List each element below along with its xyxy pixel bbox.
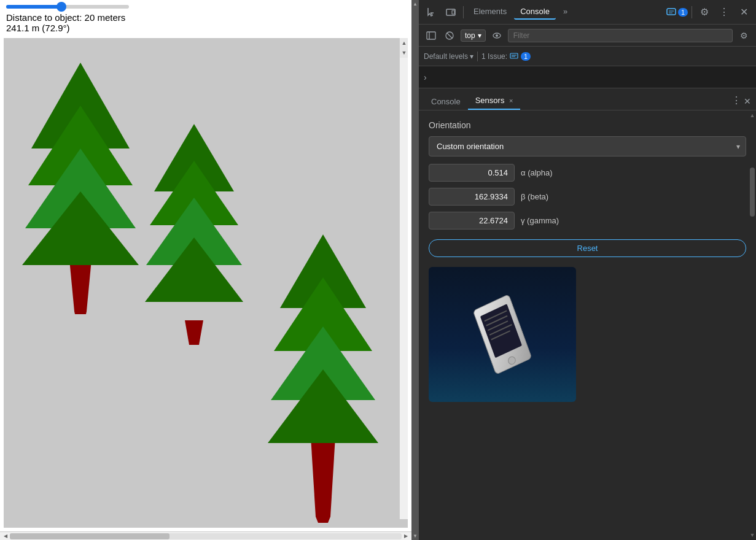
settings-icon[interactable]: ⚙ (696, 4, 713, 21)
right-vscrollbar[interactable]: ▲ ▼ (749, 110, 756, 540)
alpha-input[interactable] (429, 164, 515, 182)
right-vsb-up[interactable]: ▲ (750, 110, 755, 120)
issue-badge-area: 1 Issue: 1 (481, 52, 531, 61)
beta-label: β (beta) (521, 192, 548, 201)
orientation-dropdown[interactable]: Custom orientation (429, 136, 746, 156)
devtools-second-toolbar: top ▾ ⚙ (419, 25, 756, 47)
svg-line-28 (447, 33, 453, 38)
tab-more[interactable]: » (557, 4, 574, 20)
panel-tabs-bar: Console Sensors × ⋮ ✕ (419, 88, 756, 110)
console-prompt-row[interactable]: › (419, 66, 756, 88)
frame-selector-label: top (465, 31, 475, 40)
phone-device-svg (441, 273, 564, 396)
hscroll-thumb[interactable] (10, 533, 170, 539)
default-levels-label: Default levels (424, 52, 468, 61)
alpha-input-row: α (alpha) (429, 164, 746, 182)
scene-canvas: ▲ ▼ (4, 38, 408, 528)
block-svg-icon (445, 31, 454, 40)
svg-point-30 (496, 34, 498, 37)
prompt-arrow-icon: › (424, 72, 427, 82)
svg-marker-19 (268, 369, 378, 443)
svg-marker-6 (74, 311, 87, 314)
tree-3 (268, 228, 378, 523)
vsb-up-arrow[interactable]: ▲ (400, 38, 408, 48)
sidebar-toggle-icon[interactable] (424, 28, 438, 43)
toolbar-sep-2 (692, 6, 692, 18)
gamma-label: γ (gamma) (521, 216, 559, 225)
tree-1 (22, 56, 139, 314)
orientation-dropdown-wrap: Custom orientation ▾ (429, 136, 746, 156)
right-vsb-down[interactable]: ▼ (750, 530, 755, 540)
frame-selector-dropdown[interactable]: top ▾ (461, 29, 486, 42)
sep-3 (477, 52, 478, 61)
devtools-panel: Elements Console » 1 ⚙ ⋮ ✕ (419, 0, 756, 540)
right-vsb-thumb[interactable] (750, 168, 755, 217)
orientation-section-label: Orientation (429, 120, 746, 130)
browser-panel: Distance to object: 20 meters 241.1 m (7… (0, 0, 411, 540)
position-label: 241.1 m (72.9°) (0, 23, 411, 36)
svg-rect-31 (510, 53, 518, 58)
eye-icon[interactable] (489, 28, 504, 43)
svg-marker-15 (316, 517, 330, 523)
gamma-input-row: γ (gamma) (429, 212, 746, 230)
svg-marker-7 (185, 320, 203, 345)
frame-selector-arrow: ▾ (478, 31, 481, 40)
svg-rect-21 (452, 10, 454, 14)
issue-icon (510, 52, 518, 61)
slider-area (0, 0, 411, 11)
tree-2 (145, 118, 243, 345)
message-icon (666, 7, 676, 17)
center-vsb-up[interactable]: ▲ (413, 1, 418, 7)
beta-input[interactable] (429, 188, 515, 206)
toolbar-sep-1 (463, 6, 464, 18)
svg-rect-22 (667, 9, 676, 15)
close-panel-icon[interactable]: ✕ (744, 96, 751, 110)
inspect-cursor-icon[interactable] (423, 4, 440, 21)
left-vscrollbar[interactable]: ▲ ▼ (399, 38, 408, 519)
center-vscrollbar[interactable]: ▲ ▼ (411, 0, 419, 540)
block-icon[interactable] (442, 28, 457, 43)
hscroll-track[interactable] (10, 533, 402, 539)
gamma-input[interactable] (429, 212, 515, 230)
device-toggle-icon[interactable] (442, 4, 459, 21)
more-panels-icon[interactable]: ⋮ (731, 94, 741, 110)
horizontal-scrollbar[interactable]: ◀ ▶ (0, 531, 411, 540)
svg-rect-25 (427, 32, 435, 39)
sensors-tab-close-icon[interactable]: × (509, 97, 513, 104)
center-vsb-down[interactable]: ▼ (413, 533, 418, 539)
sensors-panel-content: Orientation Custom orientation ▾ α (alph… (419, 110, 756, 540)
orientation-preview (429, 267, 576, 402)
vsb-down-arrow[interactable]: ▼ (400, 48, 408, 58)
beta-input-row: β (beta) (429, 188, 746, 206)
tab-console-panel[interactable]: Console (424, 93, 468, 110)
tab-sensors-panel[interactable]: Sensors × (468, 92, 521, 110)
scroll-right-arrow[interactable]: ▶ (402, 532, 410, 541)
sensors-tab-label: Sensors (475, 96, 505, 105)
distance-label: Distance to object: 20 meters (0, 11, 411, 23)
filter-input[interactable] (508, 29, 733, 42)
orientation-dropdown-label: Custom orientation (437, 142, 504, 151)
message-badge-area: 1 (666, 7, 688, 17)
devtools-main-toolbar: Elements Console » 1 ⚙ ⋮ ✕ (419, 0, 756, 25)
scroll-left-arrow[interactable]: ◀ (1, 532, 10, 541)
svg-marker-14 (311, 437, 335, 517)
sidebar-icon (426, 31, 436, 40)
toolbar-right-area: 1 ⚙ ⋮ ✕ (666, 4, 752, 21)
tab-elements[interactable]: Elements (467, 4, 513, 20)
levels-arrow-icon: ▾ (470, 52, 473, 61)
toolbar-tabs: Elements Console » (467, 4, 664, 20)
tab-console[interactable]: Console (514, 4, 556, 20)
more-options-icon[interactable]: ⋮ (715, 4, 733, 21)
console-settings-icon[interactable]: ⚙ (736, 28, 751, 43)
devtools-third-toolbar: Default levels ▾ 1 Issue: 1 (419, 47, 756, 66)
default-levels-button[interactable]: Default levels ▾ (424, 52, 473, 61)
distance-slider[interactable] (6, 5, 129, 9)
reset-button[interactable]: Reset (429, 239, 746, 257)
svg-marker-13 (189, 342, 199, 345)
issue-label: 1 Issue: (481, 52, 507, 61)
issue-count-badge: 1 (521, 52, 531, 61)
close-devtools-icon[interactable]: ✕ (735, 4, 752, 21)
alpha-label: α (alpha) (521, 168, 553, 177)
message-badge: 1 (678, 8, 688, 17)
eye-svg-icon (492, 31, 502, 40)
